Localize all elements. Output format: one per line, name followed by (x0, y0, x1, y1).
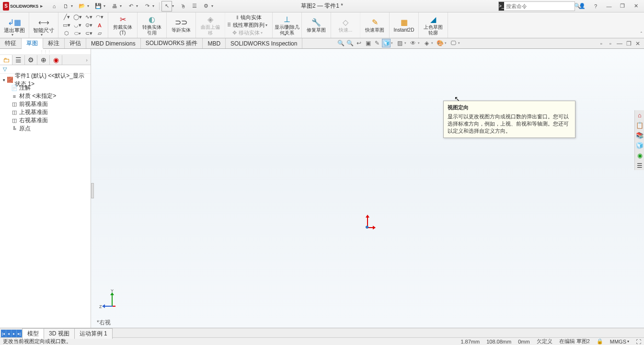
tab-mbd[interactable]: MBD (203, 38, 226, 48)
line-tool[interactable]: ╱▾ (61, 14, 72, 21)
redo-button[interactable]: ↷ (142, 1, 152, 12)
taskpane-appearances-icon[interactable]: ☰ (635, 161, 644, 170)
minimize-button[interactable]: — (603, 1, 615, 11)
tab-inspection[interactable]: SOLIDWORKS Inspection (226, 38, 302, 48)
instant2d-button[interactable]: ▦ Instant2D (392, 13, 415, 37)
tree-node-origin[interactable]: ╚原点 (1, 125, 90, 133)
tree-node-top-plane[interactable]: ◫上视基准面 (1, 108, 90, 116)
offset-entities-button[interactable]: ⊃⊃ 等距实体 (170, 13, 193, 37)
bottom-tab-3dview[interactable]: 3D 视图 (44, 328, 75, 339)
motion-nav[interactable]: |◂◂▸▸| (1, 330, 22, 337)
edit-appearance-icon[interactable]: ◈ (422, 39, 431, 47)
zoom-fit-icon[interactable]: 🔍 (336, 39, 345, 47)
fillet-tool[interactable]: ◠▾ (94, 14, 105, 21)
repair-icon: 🔧 (311, 17, 321, 27)
rebuild-button[interactable]: 🖱 (178, 1, 188, 12)
dynamic-annotation-icon[interactable]: ✎ (373, 39, 381, 47)
status-fullscreen-icon[interactable]: ⛶ (636, 339, 641, 345)
exit-sketch-button[interactable]: ↲▦ 退出草图 ▾ (3, 13, 26, 37)
taskpane-file-explorer-icon[interactable]: 🧊 (635, 140, 644, 150)
new-button[interactable]: 🗋 (60, 1, 71, 12)
settings-button[interactable]: ⚙ (201, 1, 211, 12)
taskpane-resources-icon[interactable]: 📋 (635, 120, 644, 130)
open-button[interactable]: 📂 (77, 1, 87, 12)
spline-tool[interactable]: ∿▾ (83, 14, 94, 21)
tree-node-right-plane[interactable]: ◫右视基准面 (1, 116, 90, 125)
collapse-icon[interactable]: ▾ (3, 78, 5, 82)
print-button[interactable]: 🖶 (109, 1, 120, 12)
apply-scene-icon[interactable]: 🎨 (436, 39, 444, 47)
ellipse-tool[interactable]: ⊂▾ (83, 30, 94, 37)
circle-tool[interactable]: ◯▾ (72, 14, 83, 21)
tab-features[interactable]: 特征 (0, 38, 22, 48)
save-button[interactable]: 💾 (93, 1, 104, 12)
search-input[interactable] (504, 3, 574, 9)
display-style-icon[interactable]: ▨ (395, 39, 404, 47)
configuration-manager-tab[interactable]: ⚙ (25, 55, 37, 65)
bottom-tab-motion[interactable]: 运动算例 1 (74, 328, 113, 339)
display-relations-button[interactable]: ⊥ 显示/删除几何关系 ▾ (276, 13, 299, 37)
status-lock-icon[interactable]: 🔒 (597, 338, 603, 345)
tab-annotate[interactable]: 标注 (43, 38, 65, 48)
undo-button[interactable]: ↶ (126, 1, 136, 12)
command-search[interactable]: >_ 🔍 ▾ (498, 1, 575, 11)
feature-manager-tab[interactable]: 🗀 (0, 55, 12, 65)
doc-close-icon[interactable]: ✕ (633, 39, 642, 48)
smart-dimension-button[interactable]: ⟷ 智能尺寸 ▾ (32, 13, 55, 37)
select-button[interactable]: ↖ (161, 1, 172, 12)
doc-restore-icon[interactable]: ❐ (624, 39, 633, 48)
display-manager-tab[interactable]: ◉ (50, 55, 62, 65)
tree-root[interactable]: ▾ 🧱 零件1 (默认) <<默认>_显示状态 1> (1, 76, 90, 84)
menu-expand-icon[interactable]: ▸ (38, 3, 45, 9)
panel-collapse-handle[interactable] (91, 183, 94, 198)
hide-show-icon[interactable]: 👁 (409, 39, 417, 47)
plane-tool[interactable]: ▱ (94, 30, 105, 37)
doc-minimize-icon[interactable]: — (615, 39, 624, 48)
convert-entities-button[interactable]: ◐ 转换实体引用 (140, 13, 163, 37)
tree-node-front-plane[interactable]: ◫前视基准面 (1, 100, 90, 108)
taskpane-view-palette-icon[interactable]: ◉ (635, 150, 644, 160)
user-button[interactable]: 👤 (576, 1, 588, 11)
view-settings-icon[interactable]: 🖵 (449, 39, 458, 47)
polygon-tool[interactable]: ⬡ (61, 30, 72, 37)
ribbon-collapse-icon[interactable]: ˆ (641, 32, 642, 37)
dimxpert-manager-tab[interactable]: ⊕ (37, 55, 50, 65)
graphics-viewport[interactable]: Y Z 视图定向 显示可以更改视图方向或视口数的弹出窗口。您可以选择标准方向，例… (91, 49, 644, 328)
mirror-entities-button[interactable]: ⦀镜向实体 (236, 14, 262, 22)
slot-tool[interactable]: ⬭▾ (72, 30, 83, 37)
tab-addins[interactable]: SOLIDWORKS 插件 (141, 38, 203, 48)
arc-tool[interactable]: ◡▾ (72, 22, 83, 29)
reference-triad[interactable]: Y Z (103, 291, 122, 310)
panel-grip-icon[interactable]: ⋮⋮⋮ (0, 49, 91, 55)
linear-pattern-button[interactable]: ⠿线性草图阵列▾ (227, 22, 270, 29)
section-view-icon[interactable]: ▣ (364, 39, 372, 47)
help-button[interactable]: ? (589, 1, 602, 11)
previous-view-icon[interactable]: ↩ (355, 39, 363, 47)
text-tool[interactable]: A (94, 22, 105, 29)
doc-window2-icon[interactable]: ▫ (606, 39, 615, 48)
tab-mbd-dimensions[interactable]: MBD Dimensions (86, 38, 141, 48)
manager-tabs-more-icon[interactable]: › (83, 57, 91, 63)
shaded-sketch-button[interactable]: ◢ 上色草图轮廓 (422, 13, 445, 37)
view-orientation-button[interactable]: 🧊 (382, 39, 391, 47)
property-manager-tab[interactable]: ☰ (12, 55, 25, 65)
taskpane-design-library-icon[interactable]: 📚 (635, 130, 644, 140)
doc-window1-icon[interactable]: ▫ (597, 39, 606, 48)
rapid-sketch-button[interactable]: ✎ 快速草图 (363, 13, 386, 37)
tab-evaluate[interactable]: 评估 (65, 38, 86, 48)
options-list-button[interactable]: ☰ (189, 1, 200, 12)
repair-sketch-button[interactable]: 🔧 修复草图 (305, 13, 328, 37)
close-button[interactable]: ✕ (630, 1, 642, 11)
status-units[interactable]: MMGS ▾ (610, 339, 629, 345)
tree-node-material[interactable]: ≡材质 <未指定> (1, 92, 90, 100)
rect-tool[interactable]: ▭▾ (61, 22, 72, 29)
tab-sketch[interactable]: 草图 (22, 38, 43, 49)
bottom-tab-model[interactable]: 模型 (22, 328, 44, 339)
taskpane-home-icon[interactable]: ⌂ (635, 110, 644, 120)
restore-button[interactable]: ❐ (616, 1, 629, 11)
home-button[interactable]: ⌂ (49, 1, 59, 12)
point-tool[interactable]: ⊙▾ (83, 22, 94, 29)
trim-entities-button[interactable]: ✂ 剪裁实体(T) (111, 13, 134, 37)
task-pane: ⌂ 📋 📚 🧊 ◉ ☰ (634, 110, 644, 170)
zoom-area-icon[interactable]: 🔍 (345, 39, 354, 47)
